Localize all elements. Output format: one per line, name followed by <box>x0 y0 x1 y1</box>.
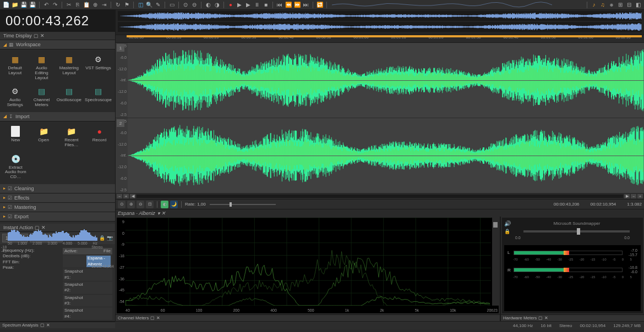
zoom-in-icon[interactable]: + <box>123 194 129 198</box>
pin-icon[interactable]: ▢ <box>34 33 39 38</box>
snapshot-icon[interactable]: 📷 <box>107 234 113 242</box>
workspace-header[interactable]: ◢ ▦ Workspace <box>0 40 115 49</box>
section-effects[interactable]: ▸☑Effects <box>0 193 115 203</box>
workspace-item-extract-audio-from-cd-[interactable]: 💿Extract Audio from CD… <box>2 151 29 182</box>
pin-icon[interactable]: ▢ <box>538 316 543 320</box>
dropdown-icon[interactable]: ▾ <box>157 211 160 216</box>
file-tab[interactable]: Espana - Albeniz ▾ ✕ <box>116 209 644 217</box>
marker-icon[interactable]: ⚑ <box>123 1 130 9</box>
lock-icon[interactable]: 🔒 <box>99 234 105 242</box>
go-start-icon[interactable]: ⏮ <box>276 1 283 9</box>
close-icon[interactable]: ✕ <box>544 316 548 320</box>
workspace-item-mastering-layout[interactable]: ▦Mastering Layout <box>56 52 83 82</box>
fx5-icon[interactable]: ⊟ <box>625 1 633 9</box>
snapshot-row[interactable]: Snapshot #1: <box>63 268 112 281</box>
snapshot-row[interactable]: Snapshot #3: <box>63 294 112 307</box>
waveform-area[interactable]: 1 -2.5-6.0-12.0-Inf.-12.0-6.0-2.5 2 -2.5… <box>116 43 644 193</box>
zoom-sel-icon[interactable]: ⊙ <box>118 201 125 208</box>
tool1-icon[interactable]: ◐ <box>204 1 212 9</box>
workspace-item-default-layout[interactable]: ▦Default Layout <box>2 52 28 82</box>
mix-icon[interactable]: ⊕ <box>91 1 99 9</box>
paste-icon[interactable]: 📋 <box>83 1 90 9</box>
hardware-meters-tab[interactable]: Hardware Meters ▢ ✕ <box>501 314 644 321</box>
scroll-right-icon[interactable]: ▶ <box>624 194 630 198</box>
fx2-icon[interactable]: ♫ <box>599 1 607 9</box>
zoom-out-icon[interactable]: ⊖ <box>190 1 198 9</box>
repeat-icon[interactable]: ↻ <box>114 1 122 9</box>
cut-icon[interactable]: ✂ <box>65 1 73 9</box>
snapshot-row[interactable]: Snapshot #4: <box>63 307 112 320</box>
overview-wave-left[interactable] <box>118 11 642 21</box>
section-cleaning[interactable]: ▸☑Cleaning <box>0 184 115 193</box>
import-header[interactable]: ◢ ↧ Import <box>0 112 115 121</box>
overview-wave-right[interactable] <box>118 22 642 32</box>
edit-tool-icon[interactable]: ◫ <box>137 1 144 9</box>
play-icon[interactable]: ▶ <box>236 1 243 9</box>
event-icon[interactable]: ▭ <box>168 1 176 9</box>
section-export[interactable]: ▸☑Export <box>0 212 115 222</box>
trim-icon[interactable]: ⇥ <box>100 1 108 9</box>
close-icon[interactable]: ✕ <box>40 33 45 38</box>
zoom-out-icon[interactable]: − <box>117 194 122 198</box>
workspace-item-audio-settings[interactable]: ⚙Audio Settings <box>2 84 28 110</box>
zoom-out-icon[interactable]: ⊖ <box>137 201 144 208</box>
record-icon[interactable]: ● <box>227 1 234 9</box>
time-display-tab[interactable]: Time Display ▢ ✕ <box>0 32 115 40</box>
channel-1-label[interactable]: 1 <box>117 44 124 52</box>
workspace-item-new[interactable]: ▦New <box>2 124 29 150</box>
section-mastering[interactable]: ▸☑Mastering <box>0 203 115 212</box>
timeline-ruler[interactable]: 00:00:0000:00:1000:00:2000:00:3000:00:40… <box>116 35 644 43</box>
workspace-item-spectroscope[interactable]: ▤Spectroscope <box>84 84 113 110</box>
close-icon[interactable]: ✕ <box>156 316 160 320</box>
redo-icon[interactable]: ↷ <box>51 1 59 9</box>
pin-icon[interactable]: ▢ <box>40 323 45 328</box>
horizontal-scrollbar[interactable]: − + ◀ ▶ − + <box>116 193 644 199</box>
channel-meters-tab[interactable]: Channel Meters ▢ ✕ <box>116 314 500 321</box>
magnify-icon[interactable]: 🔍 <box>145 1 153 9</box>
speaker-icon[interactable]: 🔊 <box>504 220 511 226</box>
zoom-in-v-icon[interactable]: + <box>637 194 643 198</box>
pencil-icon[interactable]: ✎ <box>154 1 162 9</box>
stop-icon[interactable]: ■ <box>262 1 270 9</box>
open-icon[interactable]: 📁 <box>11 1 19 9</box>
tool2-icon[interactable]: ◑ <box>213 1 221 9</box>
scrub-icon[interactable]: ◐ <box>161 201 168 208</box>
save-icon[interactable]: 💾 <box>20 1 28 9</box>
workspace-item-open[interactable]: 📁Open <box>30 124 57 150</box>
save-all-icon[interactable]: 💾 <box>29 1 36 9</box>
moon-icon[interactable]: 🌙 <box>170 201 178 208</box>
rewind-icon[interactable]: ⏪ <box>285 1 292 9</box>
lock-icon[interactable]: 🔒 <box>504 229 510 234</box>
workspace-item-recent-files-[interactable]: 📁Recent Files… <box>58 124 85 150</box>
close-icon[interactable]: ✕ <box>161 211 166 216</box>
channel-meters-display[interactable]: 90-9-18-27-36-45-54 40601002004005001k2k… <box>117 218 499 313</box>
workspace-item-oscilloscope[interactable]: ▤Oscilloscope <box>56 84 83 110</box>
new-icon[interactable]: 📄 <box>2 1 10 9</box>
fx4-icon[interactable]: ⊞ <box>616 1 624 9</box>
spectrum-analysis-tab[interactable]: Spectrum Analysis ▢ ✕ <box>0 322 115 328</box>
zoom-out-v-icon[interactable]: − <box>631 194 636 198</box>
snapshot-row[interactable]: Snapshot #2: <box>63 281 112 294</box>
meter-slider[interactable] <box>492 218 499 306</box>
undo-icon[interactable]: ↶ <box>42 1 50 9</box>
scroll-left-icon[interactable]: ◀ <box>130 194 135 198</box>
go-end-icon[interactable]: ⏭ <box>302 1 310 9</box>
pause-icon[interactable]: ⏸ <box>253 1 261 9</box>
workspace-item-channel-meters[interactable]: ▤Channel Meters <box>29 84 54 110</box>
forward-icon[interactable]: ⏩ <box>293 1 301 9</box>
copy-icon[interactable]: ⎘ <box>74 1 81 9</box>
fx3-icon[interactable]: ⎈ <box>608 1 615 9</box>
channel-2-label[interactable]: 2 <box>117 119 124 127</box>
workspace-item-vst-settings[interactable]: ⚙VST Settings <box>84 52 113 82</box>
zoom-sel-icon[interactable]: ⊙ <box>182 1 189 9</box>
zoom-fit-icon[interactable]: ⊡ <box>146 201 154 208</box>
play-all-icon[interactable]: ▶ <box>244 1 252 9</box>
fx6-icon[interactable]: ◧ <box>634 1 642 9</box>
close-icon[interactable]: ✕ <box>46 323 50 328</box>
volume-slider[interactable] <box>523 230 630 233</box>
workspace-item-record[interactable]: ●Record <box>86 124 113 150</box>
loop-icon[interactable]: 🔁 <box>316 1 324 9</box>
rate-slider[interactable] <box>210 204 276 205</box>
fx1-icon[interactable]: ♪ <box>590 1 598 9</box>
workspace-item-audio-editing-layout[interactable]: ▦Audio Editing Layout <box>29 52 54 82</box>
